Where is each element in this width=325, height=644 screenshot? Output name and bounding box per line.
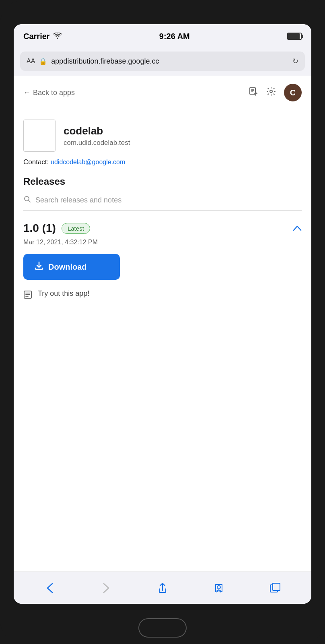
battery-icon — [287, 33, 302, 40]
status-bar: Carrier 9:26 AM — [14, 24, 311, 48]
latest-badge: Latest — [62, 223, 90, 234]
release-version-row: 1.0 (1) Latest — [23, 222, 90, 235]
top-nav: ← Back to apps — [14, 76, 311, 108]
releases-section: Releases Search releases and notes — [14, 176, 311, 309]
phone-frame: Carrier 9:26 AM AA — [0, 0, 325, 644]
download-button[interactable]: Download — [23, 254, 120, 280]
back-label: Back to apps — [33, 89, 75, 97]
chevron-up-icon[interactable] — [293, 223, 302, 233]
main-content: ← Back to apps — [14, 76, 311, 572]
refresh-icon[interactable]: ↻ — [292, 57, 298, 66]
releases-title: Releases — [23, 176, 302, 187]
url-text[interactable]: appdistribution.firebase.google.cc — [51, 57, 288, 66]
nav-icons: C — [249, 84, 302, 101]
release-header: 1.0 (1) Latest — [23, 222, 302, 235]
status-time: 9:26 AM — [159, 32, 190, 41]
notes-icon — [23, 290, 32, 301]
browser-toolbar — [14, 572, 311, 604]
tabs-button[interactable] — [265, 578, 285, 598]
app-info: codelab com.udid.codelab.test — [14, 108, 311, 158]
notes-text: Try out this app! — [38, 289, 89, 298]
user-avatar[interactable]: C — [284, 84, 302, 101]
download-label: Download — [48, 262, 87, 272]
contact-email[interactable]: udidcodelab@google.com — [51, 159, 125, 165]
svg-rect-6 — [273, 583, 280, 590]
url-aa-button[interactable]: AA — [27, 58, 35, 65]
browser-back-button[interactable] — [40, 578, 60, 598]
home-indicator — [138, 618, 187, 638]
back-arrow-icon: ← — [23, 89, 31, 97]
contact-prefix: Contact: — [23, 158, 51, 166]
contact-section: Contact: udidcodelab@google.com — [14, 158, 311, 176]
search-bar[interactable]: Search releases and notes — [23, 195, 302, 211]
bookmarks-button[interactable] — [209, 578, 229, 598]
url-bar-container: AA 🔒 appdistribution.firebase.google.cc … — [14, 48, 311, 76]
search-icon — [23, 195, 31, 205]
browser-forward-button[interactable] — [96, 578, 116, 598]
svg-point-1 — [270, 90, 272, 93]
phone-screen: Carrier 9:26 AM AA — [14, 24, 311, 604]
app-bundle: com.udid.codelab.test — [64, 139, 130, 147]
app-details: codelab com.udid.codelab.test — [64, 125, 130, 147]
wifi-icon — [53, 32, 62, 41]
release-notes: Try out this app! — [23, 289, 302, 301]
release-version: 1.0 (1) — [23, 222, 56, 235]
settings-icon[interactable] — [266, 87, 276, 99]
status-carrier: Carrier — [23, 32, 62, 41]
back-to-apps-button[interactable]: ← Back to apps — [23, 89, 75, 97]
battery-fill — [288, 33, 300, 39]
lock-icon: 🔒 — [39, 58, 47, 65]
svg-rect-0 — [250, 88, 255, 94]
carrier-text: Carrier — [23, 32, 50, 41]
app-name: codelab — [64, 125, 130, 137]
status-battery — [287, 33, 302, 40]
url-bar[interactable]: AA 🔒 appdistribution.firebase.google.cc … — [20, 52, 305, 71]
download-icon — [35, 261, 43, 272]
release-item: 1.0 (1) Latest Mar 12, 2021, 4:32:12 PM — [23, 222, 302, 309]
install-icon[interactable] — [249, 87, 258, 99]
svg-point-4 — [217, 586, 220, 589]
release-date: Mar 12, 2021, 4:32:12 PM — [23, 239, 302, 246]
search-placeholder[interactable]: Search releases and notes — [35, 196, 302, 204]
app-icon — [23, 120, 56, 152]
share-button[interactable] — [152, 578, 173, 598]
